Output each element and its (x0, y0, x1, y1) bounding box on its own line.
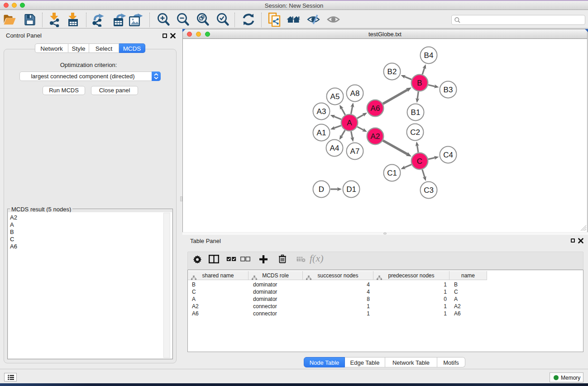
svg-text:A1: A1 (317, 129, 326, 137)
svg-text:C1: C1 (387, 169, 397, 177)
svg-text:C: C (417, 157, 422, 166)
svg-text:A2: A2 (371, 132, 380, 141)
svg-text:B: B (417, 79, 422, 87)
svg-text:A3: A3 (317, 107, 326, 116)
svg-text:B4: B4 (424, 51, 434, 60)
svg-text:C3: C3 (424, 186, 434, 195)
svg-text:B2: B2 (387, 67, 397, 76)
svg-text:B1: B1 (411, 108, 421, 117)
svg-text:A8: A8 (350, 89, 360, 98)
svg-text:A6: A6 (371, 104, 380, 113)
svg-text:B3: B3 (444, 86, 453, 94)
svg-text:D1: D1 (346, 185, 356, 194)
svg-text:C4: C4 (443, 151, 453, 159)
svg-text:C2: C2 (410, 128, 420, 137)
svg-text:A4: A4 (330, 144, 339, 152)
svg-text:A: A (347, 119, 352, 127)
svg-text:D: D (319, 185, 324, 194)
svg-text:A5: A5 (330, 92, 340, 101)
svg-text:A7: A7 (350, 147, 360, 156)
